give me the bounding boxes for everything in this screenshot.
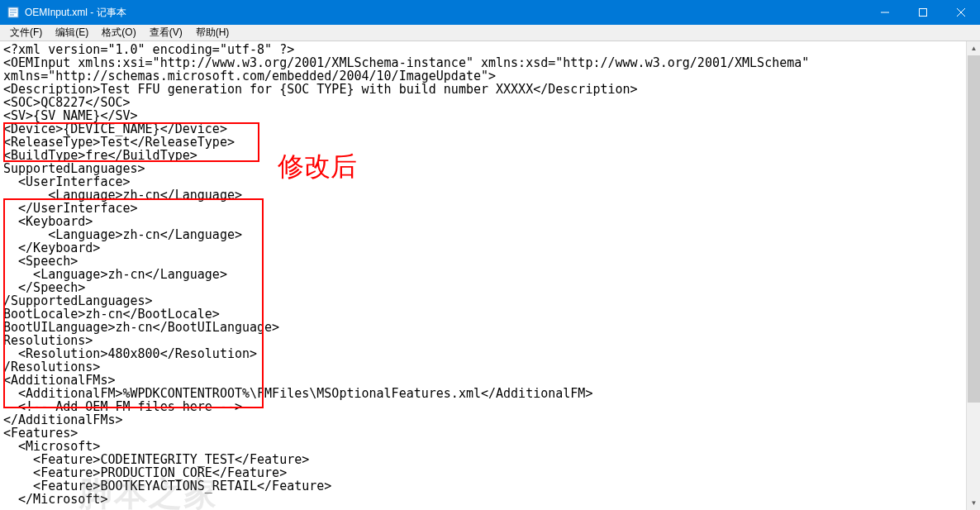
- scroll-thumb[interactable]: [968, 55, 980, 403]
- menu-help[interactable]: 帮助(H): [189, 24, 236, 41]
- window-titlebar: OEMInput.xml - 记事本: [0, 0, 980, 25]
- scroll-down-arrow[interactable]: ▼: [967, 496, 980, 510]
- window-controls: [866, 0, 980, 25]
- close-button[interactable]: [942, 0, 980, 25]
- menu-edit[interactable]: 编辑(E): [49, 24, 95, 41]
- menu-format[interactable]: 格式(O): [95, 24, 142, 41]
- minimize-button[interactable]: [866, 0, 904, 25]
- svg-rect-5: [920, 9, 927, 17]
- window-title: OEMInput.xml - 记事本: [25, 6, 866, 20]
- maximize-button[interactable]: [904, 0, 942, 25]
- scroll-up-arrow[interactable]: ▲: [967, 41, 980, 55]
- text-content[interactable]: <?xml version="1.0" encoding="utf-8" ?> …: [0, 41, 980, 508]
- annotation-label: 修改后: [278, 149, 357, 185]
- menu-bar: 文件(F) 编辑(E) 格式(O) 查看(V) 帮助(H): [0, 25, 980, 41]
- menu-file[interactable]: 文件(F): [3, 24, 49, 41]
- menu-view[interactable]: 查看(V): [143, 24, 189, 41]
- notepad-icon: [7, 6, 20, 19]
- vertical-scrollbar[interactable]: ▲ ▼: [966, 41, 980, 510]
- editor-area[interactable]: <?xml version="1.0" encoding="utf-8" ?> …: [0, 41, 980, 510]
